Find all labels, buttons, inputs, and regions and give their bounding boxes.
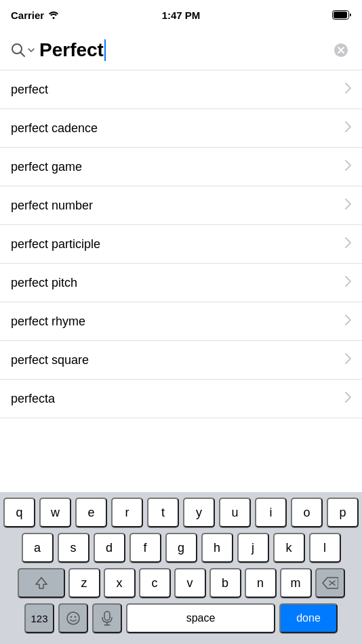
result-label: perfect game bbox=[11, 160, 82, 174]
svg-rect-2 bbox=[334, 12, 347, 18]
chevron-right-icon bbox=[345, 315, 351, 329]
result-label: perfect pitch bbox=[11, 276, 77, 290]
chevron-down-icon bbox=[27, 46, 35, 54]
key-emoji[interactable] bbox=[58, 603, 88, 633]
result-label: perfect rhyme bbox=[11, 315, 85, 329]
result-label: perfect bbox=[11, 83, 48, 97]
emoji-icon bbox=[66, 611, 81, 626]
key-shift[interactable] bbox=[18, 568, 65, 598]
result-label: perfecta bbox=[11, 392, 55, 406]
text-cursor bbox=[104, 39, 106, 61]
result-item[interactable]: perfect pitch bbox=[0, 264, 362, 302]
keyboard-row-3: zxcvbnm bbox=[0, 563, 362, 598]
result-item[interactable]: perfect number bbox=[0, 186, 362, 225]
svg-line-4 bbox=[21, 52, 25, 56]
key-k[interactable]: k bbox=[273, 533, 305, 563]
key-a[interactable]: a bbox=[22, 533, 54, 563]
key-delete[interactable] bbox=[315, 568, 345, 598]
key-c[interactable]: c bbox=[139, 568, 171, 598]
key-m[interactable]: m bbox=[280, 568, 312, 598]
status-right-area bbox=[332, 10, 351, 20]
key-f[interactable]: f bbox=[129, 533, 161, 563]
result-label: perfect number bbox=[11, 199, 93, 213]
result-label: perfect cadence bbox=[11, 121, 98, 136]
shift-icon bbox=[35, 576, 48, 590]
key-z[interactable]: z bbox=[68, 568, 100, 598]
result-item[interactable]: perfect cadence bbox=[0, 109, 362, 148]
key-j[interactable]: j bbox=[237, 533, 269, 563]
key-v[interactable]: v bbox=[174, 568, 206, 598]
result-label: perfect square bbox=[11, 353, 89, 367]
svg-point-12 bbox=[75, 616, 76, 618]
keyboard-row-2: asdfghjkl bbox=[0, 527, 362, 563]
carrier-label: Carrier bbox=[11, 9, 59, 21]
key-e[interactable]: e bbox=[75, 498, 107, 527]
chevron-right-icon bbox=[345, 353, 351, 367]
wifi-icon bbox=[48, 11, 59, 19]
key-r[interactable]: r bbox=[111, 498, 143, 527]
status-bar: Carrier 1:47 PM bbox=[0, 0, 362, 30]
svg-point-11 bbox=[71, 616, 72, 618]
key-s[interactable]: s bbox=[58, 533, 89, 563]
key-q[interactable]: q bbox=[3, 498, 35, 527]
key-b[interactable]: b bbox=[209, 568, 241, 598]
delete-icon bbox=[322, 577, 338, 589]
key-y[interactable]: y bbox=[183, 498, 215, 527]
chevron-right-icon bbox=[345, 121, 351, 136]
key-i[interactable]: i bbox=[255, 498, 287, 527]
close-icon bbox=[334, 43, 348, 58]
chevron-right-icon bbox=[345, 237, 351, 251]
chevron-right-icon bbox=[345, 199, 351, 213]
key-g[interactable]: g bbox=[165, 533, 197, 563]
keyboard: qwertyuiop asdfghjkl zxcvbnm 123 space d… bbox=[0, 492, 362, 644]
key-p[interactable]: p bbox=[327, 498, 359, 527]
key-u[interactable]: u bbox=[219, 498, 251, 527]
key-done[interactable]: done bbox=[279, 603, 338, 633]
mic-icon bbox=[100, 611, 114, 626]
search-query-text: Perfect bbox=[39, 39, 104, 61]
key-123[interactable]: 123 bbox=[24, 603, 54, 633]
clear-search-button[interactable] bbox=[331, 40, 351, 60]
svg-rect-13 bbox=[104, 611, 110, 620]
chevron-right-icon bbox=[345, 392, 351, 406]
key-t[interactable]: t bbox=[147, 498, 179, 527]
result-item[interactable]: perfect bbox=[0, 71, 362, 109]
keyboard-row-1: qwertyuiop bbox=[0, 492, 362, 527]
key-n[interactable]: n bbox=[245, 568, 277, 598]
result-item[interactable]: perfect rhyme bbox=[0, 302, 362, 341]
key-x[interactable]: x bbox=[104, 568, 136, 598]
result-item[interactable]: perfect game bbox=[0, 148, 362, 186]
svg-point-0 bbox=[53, 17, 55, 19]
key-l[interactable]: l bbox=[309, 533, 341, 563]
chevron-right-icon bbox=[345, 276, 351, 290]
result-label: perfect participle bbox=[11, 237, 100, 251]
result-item[interactable]: perfecta bbox=[0, 380, 362, 418]
search-input-display[interactable]: Perfect bbox=[39, 39, 331, 61]
key-w[interactable]: w bbox=[39, 498, 71, 527]
key-d[interactable]: d bbox=[94, 533, 125, 563]
key-o[interactable]: o bbox=[291, 498, 323, 527]
status-time: 1:47 PM bbox=[162, 9, 201, 21]
search-icon-area bbox=[11, 43, 35, 58]
search-icon bbox=[11, 43, 26, 58]
battery-icon bbox=[332, 10, 351, 20]
key-h[interactable]: h bbox=[201, 533, 233, 563]
chevron-right-icon bbox=[345, 83, 351, 97]
result-item[interactable]: perfect participle bbox=[0, 225, 362, 264]
result-item[interactable]: perfect square bbox=[0, 341, 362, 380]
key-space[interactable]: space bbox=[126, 603, 275, 633]
carrier-text: Carrier bbox=[11, 9, 44, 21]
chevron-right-icon bbox=[345, 160, 351, 174]
keyboard-row-4: 123 space done bbox=[0, 598, 362, 644]
results-list: perfect perfect cadence perfect game per… bbox=[0, 71, 362, 418]
search-bar: Perfect bbox=[0, 30, 362, 71]
key-microphone[interactable] bbox=[92, 603, 122, 633]
svg-point-10 bbox=[67, 612, 79, 624]
